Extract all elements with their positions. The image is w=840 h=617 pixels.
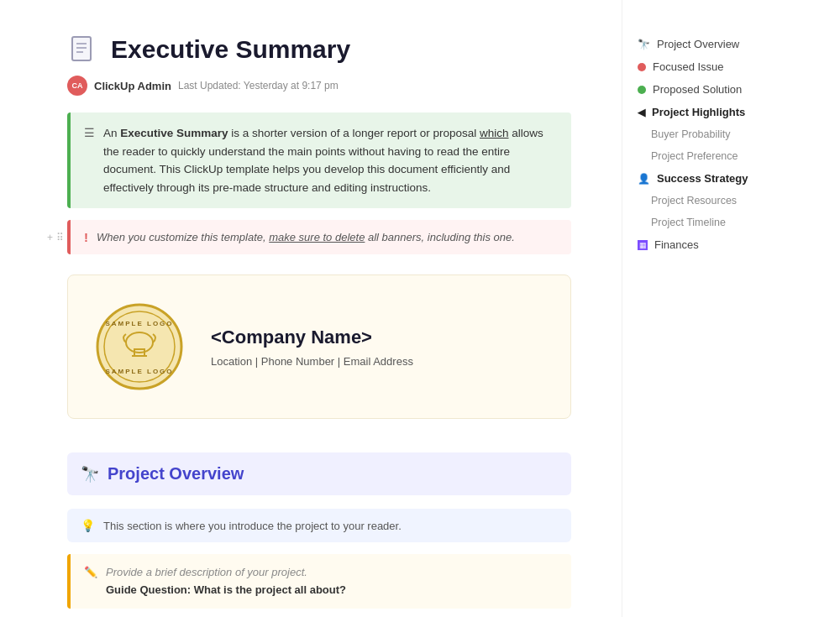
section-info-box: 💡 This section is where you introduce th… <box>67 509 571 542</box>
sidebar-person-icon: 👤 <box>638 173 650 185</box>
delete-link[interactable]: make sure to delete <box>269 231 365 243</box>
sidebar-item-proposed-solution[interactable]: Proposed Solution <box>631 79 793 100</box>
sidebar-item-success-strategy[interactable]: 👤 Success Strategy <box>631 168 793 189</box>
sidebar-telescope-icon: 🔭 <box>638 39 650 50</box>
guide-italic-text: Provide a brief description of your proj… <box>106 566 346 578</box>
svg-point-4 <box>97 305 181 389</box>
avatar: CA <box>67 76 87 96</box>
page-title: Executive Summary <box>111 35 350 64</box>
meta-row: CA ClickUp Admin Last Updated: Yesterday… <box>67 76 571 96</box>
guide-text-container: Provide a brief description of your proj… <box>106 566 346 597</box>
guide-bold-text: Guide Question: What is the project all … <box>106 583 346 596</box>
warning-banner: + ⠿ ! When you customize this template, … <box>67 220 571 254</box>
svg-text:SAMPLE LOGO: SAMPLE LOGO <box>105 368 173 375</box>
warning-icon: ! <box>84 230 88 244</box>
svg-text:SAMPLE LOGO: SAMPLE LOGO <box>105 320 173 327</box>
sidebar: 🔭 Project Overview Focused Issue Propose… <box>622 0 806 617</box>
sidebar-label-project-highlights: Project Highlights <box>652 106 745 118</box>
sidebar-item-project-preference[interactable]: Project Preference <box>631 146 793 166</box>
sidebar-label-project-timeline: Project Timeline <box>651 217 726 228</box>
sidebar-item-project-timeline[interactable]: Project Timeline <box>631 212 793 233</box>
doc-icon <box>67 34 99 65</box>
which-link[interactable]: which <box>480 127 509 139</box>
guide-box: ✏️ Provide a brief description of your p… <box>67 554 571 609</box>
pencil-icon: ✏️ <box>84 566 97 578</box>
info-banner: ☰ An Executive Summary is a shorter vers… <box>67 112 571 208</box>
company-card: SAMPLE LOGO SAMPLE LOGO <Company Name> L… <box>67 275 571 419</box>
page-header: Executive Summary <box>67 34 571 65</box>
warning-banner-text: When you customize this template, make s… <box>97 231 515 243</box>
project-overview-icon: 🔭 <box>81 465 99 484</box>
sidebar-chevron-icon: ◀ <box>638 107 645 118</box>
sidebar-finances-icon: ▦ <box>638 240 648 250</box>
company-details: Location | Phone Number | Email Address <box>211 355 413 368</box>
sidebar-label-project-resources: Project Resources <box>651 195 737 207</box>
company-info: <Company Name> Location | Phone Number |… <box>211 327 413 368</box>
info-lines-icon: ☰ <box>84 126 95 139</box>
project-overview-title: Project Overview <box>108 464 244 484</box>
bulb-icon: 💡 <box>81 519 95 532</box>
sidebar-item-project-overview[interactable]: 🔭 Project Overview <box>631 34 793 55</box>
section-info-text: This section is where you introduce the … <box>103 520 402 532</box>
main-content: Executive Summary CA ClickUp Admin Last … <box>0 0 622 617</box>
svg-rect-0 <box>72 37 91 60</box>
sidebar-label-finances: Finances <box>654 238 699 251</box>
sidebar-label-success-strategy: Success Strategy <box>657 172 748 185</box>
drag-handle[interactable]: + ⠿ <box>47 232 64 243</box>
company-logo: SAMPLE LOGO SAMPLE LOGO <box>93 301 186 393</box>
sidebar-item-focused-issue[interactable]: Focused Issue <box>631 56 793 77</box>
info-banner-text: An Executive Summary is a shorter versio… <box>103 124 558 196</box>
executive-summary-bold: Executive Summary <box>120 127 228 139</box>
sidebar-dot-red-icon <box>638 63 646 71</box>
author-name: ClickUp Admin <box>94 80 171 92</box>
project-overview-header: 🔭 Project Overview <box>67 452 571 495</box>
sidebar-label-project-overview: Project Overview <box>657 38 739 50</box>
company-name: <Company Name> <box>211 327 413 348</box>
sidebar-item-buyer-probability[interactable]: Buyer Probability <box>631 124 793 144</box>
sidebar-label-project-preference: Project Preference <box>651 150 738 162</box>
sidebar-dot-green-icon <box>638 86 646 94</box>
sidebar-item-project-highlights[interactable]: ◀ Project Highlights <box>631 102 793 123</box>
sidebar-label-proposed-solution: Proposed Solution <box>653 83 742 96</box>
sidebar-label-focused-issue: Focused Issue <box>653 60 724 73</box>
sidebar-label-buyer-probability: Buyer Probability <box>651 128 731 140</box>
sidebar-item-project-resources[interactable]: Project Resources <box>631 191 793 211</box>
last-updated: Last Updated: Yesterday at 9:17 pm <box>178 80 339 92</box>
sidebar-item-finances[interactable]: ▦ Finances <box>631 234 793 255</box>
